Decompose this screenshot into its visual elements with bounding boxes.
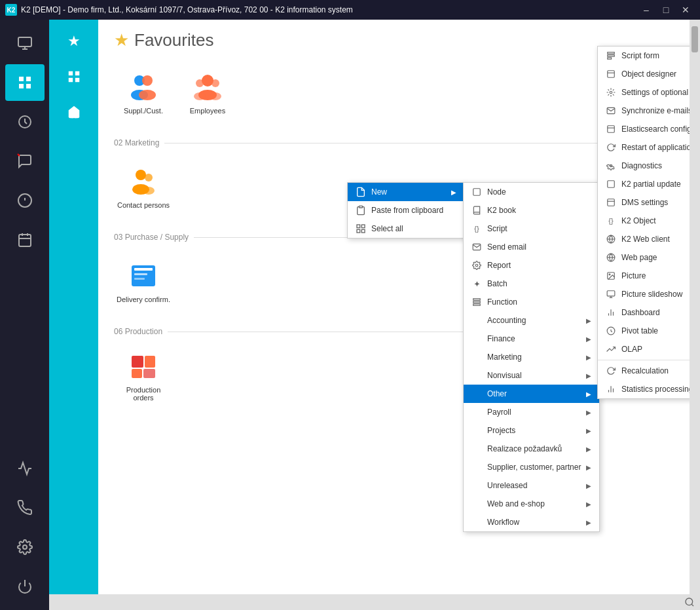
other-arrow: ▶ [586,391,591,398]
menu-item-workflow[interactable]: Workflow ▶ [464,513,599,531]
nonvisual-arrow: ▶ [586,372,591,379]
web-page-icon [606,252,616,263]
menu-item-statistics-processing[interactable]: Statistics processing ▶ [598,380,690,398]
menu-item-restart-app-server[interactable]: Restart of application server [598,138,690,157]
k2-partial-update-icon [606,179,616,189]
app-icon: K2 [5,4,17,16]
maximize-button[interactable]: □ [657,3,675,17]
menu-item-settings-opt-indexes[interactable]: Settings of optional indexes [598,83,690,102]
close-button[interactable]: ✕ [676,3,695,17]
second-sidebar-home[interactable] [56,96,92,128]
menu-item-k2-web-client[interactable]: K2 Web client [598,230,690,248]
icon-suppl-cust[interactable]: Suppl./Cust. [114,64,173,123]
menu-item-k2book[interactable]: K2 book [464,201,599,219]
menu-item-other[interactable]: Other ▶ [464,385,599,403]
menu-item-k2-object[interactable]: {} K2 Object [598,212,690,230]
menu-item-picture-slideshow[interactable]: Picture slideshow [598,285,690,303]
svg-rect-48 [357,229,360,233]
other-icon [471,389,482,399]
function-icon [471,297,482,307]
menu-item-sync-emails[interactable]: Synchronize e-mails to K2 [598,102,690,120]
menu-item-new[interactable]: New ▶ [348,183,464,201]
icon-employees[interactable]: Employees [178,64,237,123]
sidebar-item-calendar[interactable] [5,221,45,258]
menu-item-web-eshop[interactable]: Web and e-shop ▶ [464,495,599,513]
sidebar-item-chat[interactable] [5,143,45,180]
menu-item-script-form[interactable]: Script form [598,47,690,65]
sidebar-item-charts[interactable] [5,450,45,487]
batch-icon: ✦ [471,278,482,289]
icon-contact-persons[interactable]: Contact persons [114,158,173,217]
elasticsearch-icon [606,124,616,134]
svg-rect-42 [132,369,142,378]
menu-item-supplier-cust[interactable]: Supplier, customer, partner ▶ [464,458,599,476]
svg-point-31 [210,92,221,100]
sidebar-item-monitor[interactable] [5,25,45,62]
section-01-grid: Suppl./Cust. Employees [114,61,674,125]
menu-item-projects[interactable]: Projects ▶ [464,421,599,440]
projects-icon [471,425,482,436]
menu-item-finance[interactable]: Finance ▶ [464,330,599,348]
svg-point-35 [143,187,155,195]
svg-point-59 [610,91,612,94]
svg-rect-49 [473,189,481,196]
icon-delivery-confirm[interactable]: Delivery confirm. [114,252,173,311]
pivot-table-icon [606,326,616,336]
menu-item-select-all[interactable]: Select all [348,219,464,238]
menu-item-batch[interactable]: ✦ Batch [464,275,599,293]
report-icon [471,260,482,271]
search-area[interactable] [684,597,695,607]
content-area: ★ Favourites Suppl./Cust. [98,20,690,610]
menu-item-dms-settings[interactable]: DMS settings [598,193,690,212]
menu-item-realizace[interactable]: Realizace požadavků ▶ [464,440,599,458]
menu-item-nonvisual[interactable]: Nonvisual ▶ [464,366,599,385]
sidebar-item-power[interactable] [5,568,45,605]
svg-rect-39 [134,278,145,280]
sidebar-item-info[interactable] [5,182,45,219]
k2-object-icon: {} [606,216,616,226]
menu-item-unreleased[interactable]: Unreleased ▶ [464,476,599,495]
svg-rect-47 [361,229,365,233]
workflow-icon [471,517,482,527]
menu-item-olap[interactable]: OLAP [598,340,690,358]
window-controls: – □ ✕ [637,3,695,17]
second-sidebar-grid[interactable] [56,60,92,93]
title-bar: K2 K2 [DEMO] - Demo firm, Ltd., Koksární… [0,0,700,20]
menu-item-recalculation[interactable]: Recalculation ▶ [598,362,690,380]
sidebar-item-clock[interactable] [5,104,45,140]
menu-item-script[interactable]: {} Script [464,219,599,238]
diagnostics-icon [606,161,616,171]
menu-item-payroll[interactable]: Payroll ▶ [464,403,599,421]
picture-icon [606,271,616,281]
menu-item-paste-clipboard[interactable]: Paste from clipboard [348,201,464,219]
minimize-button[interactable]: – [637,3,655,17]
menu-item-send-email[interactable]: Send email [464,238,599,256]
menu-item-elasticsearch[interactable]: Elasticsearch configuration [598,120,690,138]
menu-item-picture[interactable]: Picture [598,267,690,285]
menu-item-dashboard[interactable]: Dashboard [598,303,690,322]
svg-point-16 [23,545,27,549]
menu-item-report[interactable]: Report [464,256,599,275]
svg-rect-72 [607,291,615,296]
section-02-divider: 02 Marketing [114,138,674,147]
second-sidebar: ★ [49,20,98,610]
menu-item-marketing[interactable]: Marketing ▶ [464,348,599,366]
svg-rect-3 [19,77,24,81]
menu-item-accounting[interactable]: Accounting ▶ [464,311,599,330]
sidebar-item-settings[interactable] [5,529,45,565]
sidebar-item-modules[interactable] [5,64,45,101]
svg-rect-57 [608,71,615,78]
olap-icon [606,344,616,354]
menu-item-diagnostics[interactable]: Diagnostics [598,157,690,175]
menu-item-web-page[interactable]: Web page [598,248,690,267]
statistics-processing-icon [606,384,616,394]
second-sidebar-star[interactable]: ★ [56,25,92,58]
menu-item-object-designer[interactable]: Object designer [598,65,690,83]
menu-item-function[interactable]: Function [464,293,599,311]
sidebar-item-phone[interactable] [5,489,45,526]
select-all-icon [356,223,366,234]
icon-production-orders[interactable]: Production orders [114,347,173,406]
menu-item-pivot-table[interactable]: Pivot table [598,322,690,340]
menu-item-node[interactable]: Node [464,183,599,201]
menu-item-k2-partial-update[interactable]: K2 partial update [598,175,690,193]
